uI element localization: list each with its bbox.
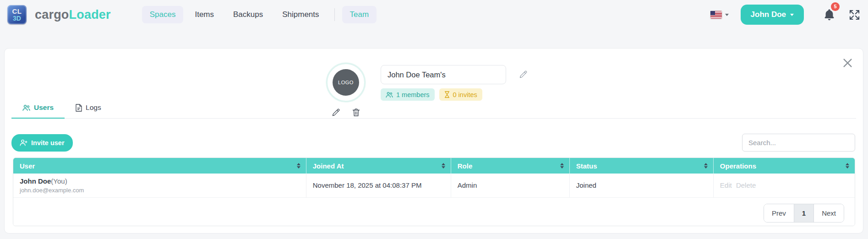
invites-badge: 0 invites [439, 88, 482, 101]
team-name-input[interactable] [381, 65, 506, 84]
table-toolbar: Invite user [11, 134, 855, 152]
user-name: John Doe [20, 177, 51, 185]
pagination: Prev 1 Next [13, 198, 855, 226]
cell-status: Joined [569, 174, 713, 197]
logo-text-line2: 3D [13, 15, 21, 22]
brand-name: cargoLoader [35, 8, 111, 22]
file-icon [76, 104, 82, 112]
column-header-operations[interactable]: Operations [713, 158, 855, 174]
tab-logs-label: Logs [86, 103, 101, 112]
column-label: Joined At [313, 162, 344, 170]
chevron-down-icon [790, 14, 794, 16]
cell-user: John Doe(You) john.doe@example.com [13, 174, 306, 197]
hourglass-icon [444, 91, 450, 98]
column-header-status[interactable]: Status [569, 158, 713, 174]
next-page-button[interactable]: Next [814, 204, 844, 222]
sort-icon[interactable] [442, 163, 445, 168]
column-label: Operations [720, 162, 756, 170]
column-label: Status [576, 162, 597, 170]
tab-logs[interactable]: Logs [65, 100, 112, 119]
notification-count-badge: 5 [831, 2, 840, 11]
tab-users-label: Users [34, 103, 54, 112]
language-selector[interactable] [710, 11, 729, 19]
table-row: John Doe(You) john.doe@example.com Novem… [13, 174, 855, 197]
user-you-suffix: (You) [51, 177, 67, 185]
chevron-down-icon [725, 14, 729, 16]
users-table-container: User Joined At Role Status [13, 158, 855, 226]
top-header: CL 3D cargoLoader Spaces Items Backups S… [0, 0, 868, 29]
tab-users[interactable]: Users [11, 100, 65, 119]
invite-user-label: Invite user [31, 139, 65, 147]
people-icon [22, 104, 30, 111]
column-header-role[interactable]: Role [451, 158, 569, 174]
brand-name-teal: Loader [69, 8, 111, 22]
user-menu-button[interactable]: John Doe [741, 5, 804, 25]
table-header-row: User Joined At Role Status [13, 158, 855, 174]
cell-joined-at: November 18, 2025 at 04:08:37 PM [306, 174, 451, 197]
column-label: Role [458, 162, 473, 170]
nav-item-shipments[interactable]: Shipments [274, 6, 327, 23]
sort-icon[interactable] [846, 163, 849, 168]
team-avatar-placeholder: LOGO [333, 69, 359, 96]
column-header-joined-at[interactable]: Joined At [306, 158, 451, 174]
edit-link[interactable]: Edit [720, 181, 732, 189]
fullscreen-button[interactable] [848, 9, 861, 21]
nav-item-team[interactable]: Team [342, 6, 377, 23]
brand-name-gray: cargo [35, 8, 69, 22]
nav-divider [334, 8, 335, 21]
column-label: User [20, 162, 35, 170]
team-avatar: LOGO [326, 63, 366, 102]
team-tabs: Users Logs [11, 100, 856, 119]
nav-item-items[interactable]: Items [187, 6, 222, 23]
sort-icon[interactable] [297, 163, 300, 168]
person-plus-icon [20, 139, 27, 146]
user-email: john.doe@example.com [20, 187, 300, 194]
user-menu-label: John Doe [751, 10, 786, 19]
team-name-group: 1 members 0 invites [381, 65, 506, 101]
nav-item-backups[interactable]: Backups [225, 6, 271, 23]
cell-operations: Edit Delete [713, 174, 855, 197]
nav-item-spaces[interactable]: Spaces [142, 6, 184, 23]
users-table: User Joined At Role Status [13, 158, 855, 198]
bell-icon [824, 9, 835, 21]
notifications-button[interactable]: 5 [824, 9, 835, 21]
team-panel: LOGO [4, 48, 863, 234]
sort-icon[interactable] [560, 163, 564, 168]
column-header-user[interactable]: User [13, 158, 306, 174]
expand-icon [848, 9, 861, 21]
app-logo: CL 3D [7, 5, 27, 24]
sort-icon[interactable] [704, 163, 708, 168]
close-icon[interactable] [841, 57, 854, 69]
current-page-button[interactable]: 1 [794, 204, 814, 222]
members-badge-label: 1 members [396, 91, 430, 98]
invites-badge-label: 0 invites [453, 91, 477, 98]
us-flag-icon [710, 11, 722, 19]
pencil-icon[interactable] [519, 70, 528, 79]
cell-role: Admin [451, 174, 569, 197]
prev-page-button[interactable]: Prev [764, 204, 794, 222]
logo-text-line1: CL [12, 8, 22, 15]
delete-link[interactable]: Delete [736, 181, 756, 189]
main-nav: Spaces Items Backups Shipments Team [142, 6, 377, 23]
people-icon [386, 92, 393, 98]
invite-user-button[interactable]: Invite user [11, 134, 73, 152]
search-input[interactable] [742, 134, 855, 152]
members-badge: 1 members [381, 88, 435, 101]
